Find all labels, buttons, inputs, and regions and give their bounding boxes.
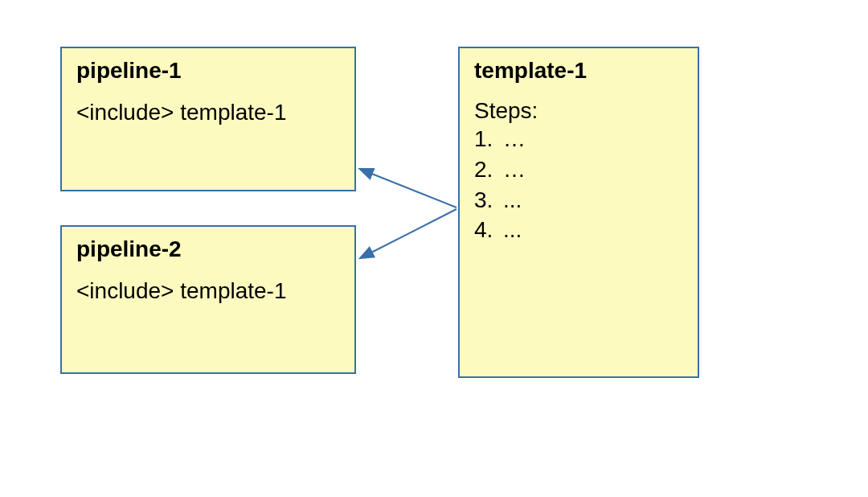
step-text: ... — [503, 185, 522, 216]
pipeline-1-box: pipeline-1 <include> template-1 — [60, 47, 356, 191]
step-num: 4. — [474, 215, 503, 245]
pipeline-2-title: pipeline-2 — [76, 236, 340, 262]
pipeline-2-body: <include> template-1 — [76, 277, 340, 306]
step-num: 2. — [474, 154, 503, 185]
step-num: 3. — [474, 185, 503, 216]
step-row: 3. ... — [474, 185, 683, 216]
template-1-title: template-1 — [474, 58, 683, 84]
step-row: 4. ... — [474, 215, 683, 245]
step-text: … — [503, 124, 526, 154]
pipeline-2-box: pipeline-2 <include> template-1 — [60, 225, 356, 374]
steps-list: 1. … 2. … 3. ... 4. ... — [474, 124, 683, 245]
step-row: 1. … — [474, 124, 683, 154]
pipeline-1-title: pipeline-1 — [76, 58, 340, 84]
arrow-to-pipeline-1 — [370, 173, 457, 207]
step-text: … — [503, 154, 526, 185]
steps-label: Steps: — [474, 98, 683, 124]
step-text: ... — [503, 215, 522, 245]
template-1-box: template-1 Steps: 1. … 2. … 3. ... 4. ..… — [458, 47, 699, 378]
arrow-to-pipeline-2 — [370, 209, 457, 253]
pipeline-1-body: <include> template-1 — [76, 98, 340, 127]
step-num: 1. — [474, 124, 503, 154]
step-row: 2. … — [474, 154, 683, 185]
